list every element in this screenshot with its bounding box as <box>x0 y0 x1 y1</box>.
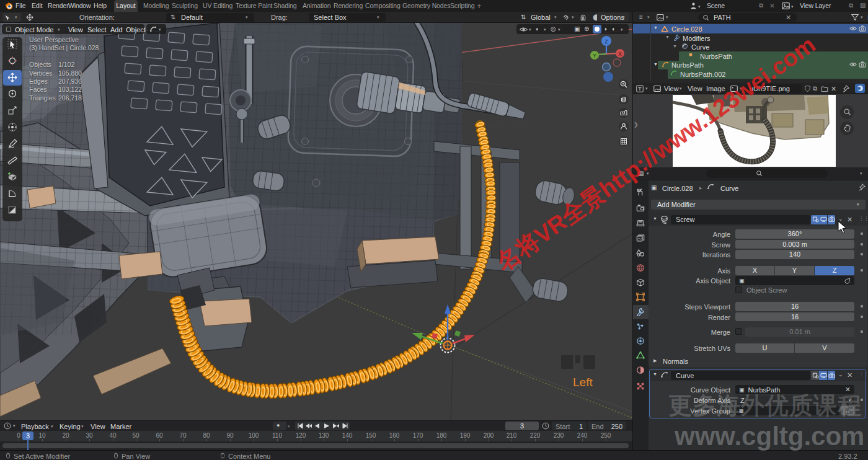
svg-text:Z: Z <box>604 38 608 45</box>
svg-text:Y: Y <box>593 53 596 59</box>
svg-text:X: X <box>618 51 622 57</box>
